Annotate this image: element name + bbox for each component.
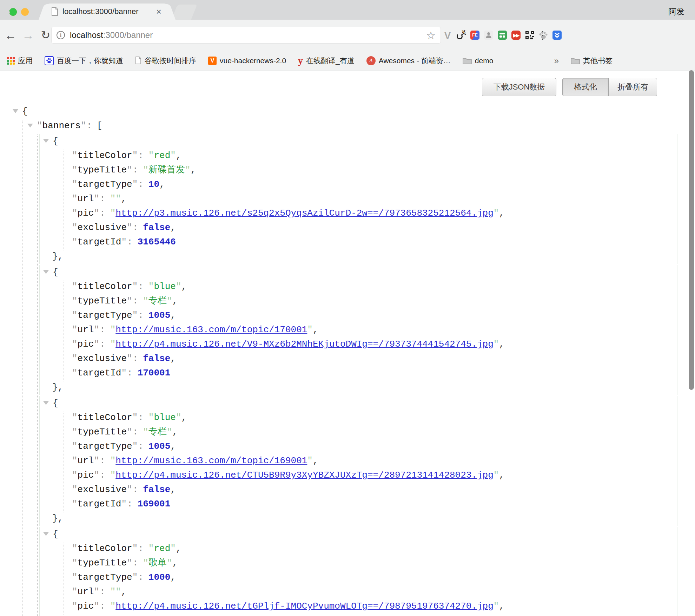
item-close-line: }, [40,249,677,264]
new-tab-button[interactable] [171,5,197,20]
tampermonkey-icon[interactable] [498,31,507,40]
bookmark-baidu[interactable]: 百度一下，你就知道 [45,56,123,66]
collapse-toggle-icon[interactable] [43,139,49,143]
colon: : [86,120,92,131]
bookmark-vue-hackernews[interactable]: V vue-hackernews-2.0 [208,57,286,65]
download-json-button[interactable]: 下载JSON数据 [482,78,556,96]
item-fields: titleColor:blue, typeTitle:专栏, targetTyp… [40,411,677,511]
json-string-value: red [148,543,176,554]
bookmark-folder-demo[interactable]: demo [463,57,494,65]
field-exclusive: exclusive:false, [40,614,677,616]
colon: : [127,368,133,378]
pic-url-link[interactable]: http://p4.music.126.net/CTU5B9R9y3XyYBZX… [115,470,494,480]
collapse-toggle-icon[interactable] [27,124,33,127]
json-key: targetId [72,368,127,378]
collapse-all-button[interactable]: 折叠所有 [609,78,657,96]
proxy-person-icon[interactable] [484,31,493,40]
json-link-value: http://p4.music.126.net/V9-MXz6b2MNhEKju… [110,339,499,349]
json-key: targetId [72,499,127,509]
zoom-window-button[interactable] [9,8,17,16]
fe-extension-icon[interactable]: FE [470,31,479,40]
comma: , [121,194,127,204]
json-link-value: http://p3.music.126.net/s25q2x5QyqsAzilC… [110,208,499,218]
page-favicon-icon [51,7,58,16]
pic-url-link[interactable]: http://p4.music.126.net/tGPljf-IMOCyPvum… [115,601,494,611]
other-bookmarks-folder[interactable]: 其他书签 [571,56,613,66]
address-bar[interactable]: i localhost:3000/banner ☆ [51,27,441,44]
bookmark-awesomes[interactable]: A Awesomes - 前端资… [366,56,451,66]
translate-extension-icon[interactable]: 英 [457,31,466,40]
bookmarks-overflow-icon[interactable]: » [554,56,559,66]
json-string-value [110,194,121,204]
bookmark-google-sort[interactable]: 谷歌按时间排序 [135,56,196,66]
json-key: targetType [72,310,138,321]
field-pic: pic:http://p4.music.126.net/V9-MXz6b2MNh… [40,337,677,352]
json-key: typeTitle [72,165,132,175]
collapse-toggle-icon[interactable] [43,532,49,536]
chrome-menu-icon[interactable]: ⋮ [537,20,548,51]
open-brace: { [53,529,58,539]
back-button[interactable]: ← [3,20,18,51]
pic-url-link[interactable]: http://p3.music.126.net/s25q2x5QyqsAzilC… [115,208,494,218]
awesomes-icon: A [366,56,376,65]
json-key: pic [72,208,99,218]
comma: , [176,150,181,161]
bookmark-youdao[interactable]: y 在线翻译_有道 [298,56,355,66]
topic-url-link[interactable]: http://music.163.com/m/topic/169001 [115,456,307,466]
json-key: pic [72,339,99,349]
colon: : [138,572,144,583]
vue-devtools-icon[interactable]: V [443,31,452,40]
forward-button[interactable]: → [20,20,36,51]
pic-url-link[interactable]: http://p4.music.126.net/V9-MXz6b2MNhEKju… [115,339,494,349]
close-brace: }, [52,251,63,262]
colon: : [100,470,105,480]
guide-line [64,412,64,512]
json-banners-line: banners:[ [0,119,695,133]
guide-line [64,281,64,381]
page-content: 下载JSON数据 格式化 折叠所有 { banners:[ { titleCol… [0,71,695,616]
url-text: localhost:3000/banner [70,30,153,40]
open-brace: { [53,398,58,408]
bookmark-star-icon[interactable]: ☆ [426,29,436,41]
browser-toolbar: ← → ↻ i localhost:3000/banner ☆ V 英 FE ▶… [0,20,695,51]
field-typeTitle: typeTitle:专栏, [40,425,677,439]
minimize-window-button[interactable] [21,8,29,16]
collapse-toggle-icon[interactable] [13,109,18,113]
json-number-value: 3165446 [138,237,176,247]
topic-url-link[interactable]: http://music.163.com/m/topic/170001 [115,325,307,335]
qr-code-icon[interactable] [525,31,534,40]
guide-line [22,120,23,616]
comma: , [159,179,165,190]
apps-label: 应用 [18,56,33,66]
item-close-line: }, [40,511,677,526]
fast-forward-extension-icon[interactable]: ▶▶ [511,31,521,40]
collapse-toggle-icon[interactable] [43,270,49,274]
colon: : [133,296,138,306]
json-string-value: 专栏 [143,427,172,437]
tab-close-icon[interactable]: × [155,6,163,17]
url-host: localhost [70,30,103,40]
json-link-value: http://p4.music.126.net/CTU5B9R9y3XyYBZX… [110,470,499,480]
chevrons-extension-icon[interactable] [552,31,562,40]
field-pic: pic:http://p3.music.126.net/s25q2x5QyqsA… [40,206,677,221]
field-targetType: targetType:1000, [40,570,677,585]
json-key: url [72,456,99,466]
apps-shortcut[interactable]: 应用 [7,56,33,66]
page-scrollbar-thumb[interactable] [689,70,694,390]
url-path: :3000/banner [103,30,153,40]
tab-title: localhost:3000/banner [62,7,155,16]
format-button[interactable]: 格式化 [562,78,609,96]
json-key: titleColor [72,543,138,554]
json-string-value: 歌单 [143,558,172,568]
bookmark-label: 在线翻译_有道 [306,56,355,66]
browser-tab[interactable]: localhost:3000/banner × [46,4,168,20]
page-icon [135,57,141,65]
page-info-icon[interactable]: i [57,31,65,39]
comma: , [170,353,176,364]
colon: : [127,499,133,509]
field-targetType: targetType:1005, [40,439,677,454]
field-url: url:, [40,585,677,599]
field-typeTitle: typeTitle:歌单, [40,556,677,570]
comma: , [499,208,504,218]
collapse-toggle-icon[interactable] [43,401,49,405]
